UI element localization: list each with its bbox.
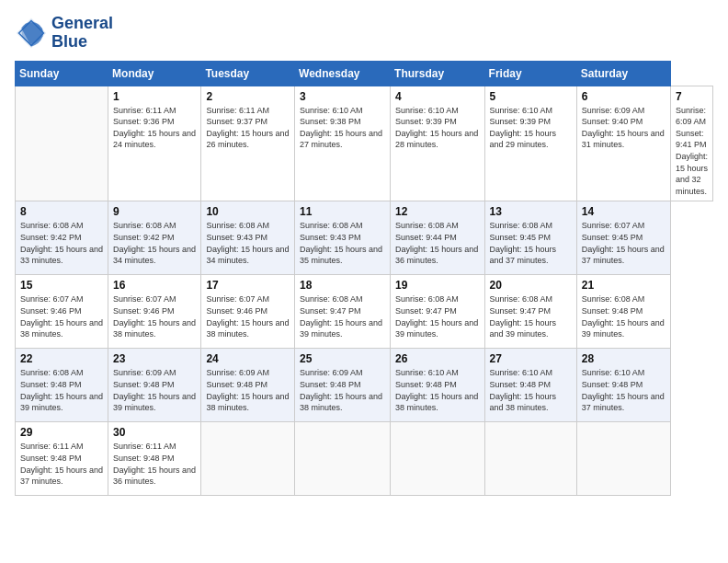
- day-info: Sunrise: 6:10 AMSunset: 9:39 PMDaylight:…: [395, 105, 479, 151]
- day-info: Sunrise: 6:11 AMSunset: 9:48 PMDaylight:…: [113, 441, 196, 487]
- table-row: 14 Sunrise: 6:07 AMSunset: 9:45 PMDaylig…: [576, 201, 670, 275]
- day-info: Sunrise: 6:10 AMSunset: 9:48 PMDaylight:…: [490, 367, 572, 413]
- calendar-table: Sunday Monday Tuesday Wednesday Thursday…: [15, 61, 713, 497]
- table-row: 1 Sunrise: 6:11 AMSunset: 9:36 PMDayligh…: [108, 86, 201, 201]
- table-row: 12 Sunrise: 6:08 AMSunset: 9:44 PMDaylig…: [391, 201, 484, 275]
- day-info: Sunrise: 6:10 AMSunset: 9:48 PMDaylight:…: [582, 367, 665, 413]
- day-number: 5: [490, 90, 572, 103]
- table-row: 5 Sunrise: 6:10 AMSunset: 9:39 PMDayligh…: [484, 86, 576, 201]
- day-number: 9: [113, 205, 196, 218]
- day-number: 8: [20, 205, 103, 218]
- day-number: 12: [395, 205, 479, 218]
- day-info: Sunrise: 6:08 AMSunset: 9:42 PMDaylight:…: [20, 220, 103, 266]
- col-monday: Monday: [108, 61, 201, 86]
- day-number: 19: [395, 279, 479, 292]
- day-info: Sunrise: 6:11 AMSunset: 9:48 PMDaylight:…: [20, 441, 103, 487]
- col-saturday: Saturday: [576, 61, 670, 86]
- day-number: 18: [300, 279, 385, 292]
- calendar-row: 22 Sunrise: 6:08 AMSunset: 9:48 PMDaylig…: [16, 349, 713, 422]
- table-row: [576, 422, 670, 496]
- day-info: Sunrise: 6:07 AMSunset: 9:46 PMDaylight:…: [20, 293, 103, 339]
- day-number: 10: [206, 205, 290, 218]
- logo: General Blue: [15, 15, 113, 52]
- day-number: 16: [113, 279, 196, 292]
- day-info: Sunrise: 6:08 AMSunset: 9:44 PMDaylight:…: [395, 220, 479, 266]
- table-row: 17 Sunrise: 6:07 AMSunset: 9:46 PMDaylig…: [201, 275, 295, 349]
- day-number: 3: [300, 90, 385, 103]
- table-row: 8 Sunrise: 6:08 AMSunset: 9:42 PMDayligh…: [16, 201, 108, 275]
- day-number: 29: [20, 426, 103, 439]
- day-number: 21: [582, 279, 665, 292]
- day-info: Sunrise: 6:08 AMSunset: 9:45 PMDaylight:…: [490, 220, 572, 266]
- table-row: 27 Sunrise: 6:10 AMSunset: 9:48 PMDaylig…: [484, 349, 576, 422]
- day-number: 14: [582, 205, 665, 218]
- table-row: [201, 422, 295, 496]
- day-number: 17: [206, 279, 290, 292]
- day-info: Sunrise: 6:07 AMSunset: 9:45 PMDaylight:…: [582, 220, 665, 266]
- table-row: 10 Sunrise: 6:08 AMSunset: 9:43 PMDaylig…: [201, 201, 295, 275]
- day-info: Sunrise: 6:08 AMSunset: 9:43 PMDaylight:…: [300, 220, 385, 266]
- day-info: Sunrise: 6:08 AMSunset: 9:47 PMDaylight:…: [300, 293, 385, 339]
- table-row: [391, 422, 484, 496]
- day-number: 1: [113, 90, 196, 103]
- day-info: Sunrise: 6:10 AMSunset: 9:39 PMDaylight:…: [490, 105, 572, 151]
- table-row: 28 Sunrise: 6:10 AMSunset: 9:48 PMDaylig…: [576, 349, 670, 422]
- day-info: Sunrise: 6:11 AMSunset: 9:36 PMDaylight:…: [113, 105, 196, 151]
- day-number: 26: [395, 352, 479, 365]
- day-number: 27: [490, 352, 572, 365]
- col-sunday: Sunday: [16, 61, 108, 86]
- table-row: 24 Sunrise: 6:09 AMSunset: 9:48 PMDaylig…: [201, 349, 295, 422]
- day-info: Sunrise: 6:10 AMSunset: 9:38 PMDaylight:…: [300, 105, 385, 151]
- calendar-row: 29 Sunrise: 6:11 AMSunset: 9:48 PMDaylig…: [16, 422, 713, 496]
- day-number: 13: [490, 205, 572, 218]
- table-row: [16, 86, 108, 201]
- table-row: 18 Sunrise: 6:08 AMSunset: 9:47 PMDaylig…: [295, 275, 391, 349]
- table-row: 11 Sunrise: 6:08 AMSunset: 9:43 PMDaylig…: [295, 201, 391, 275]
- col-wednesday: Wednesday: [295, 61, 391, 86]
- day-number: 25: [300, 352, 385, 365]
- day-number: 6: [582, 90, 665, 103]
- day-number: 4: [395, 90, 479, 103]
- day-number: 24: [206, 352, 290, 365]
- table-row: 26 Sunrise: 6:10 AMSunset: 9:48 PMDaylig…: [391, 349, 484, 422]
- day-info: Sunrise: 6:11 AMSunset: 9:37 PMDaylight:…: [206, 105, 290, 151]
- day-number: 23: [113, 352, 196, 365]
- col-friday: Friday: [484, 61, 576, 86]
- col-tuesday: Tuesday: [201, 61, 295, 86]
- table-row: 3 Sunrise: 6:10 AMSunset: 9:38 PMDayligh…: [295, 86, 391, 201]
- table-row: 25 Sunrise: 6:09 AMSunset: 9:48 PMDaylig…: [295, 349, 391, 422]
- day-info: Sunrise: 6:07 AMSunset: 9:46 PMDaylight:…: [206, 293, 290, 339]
- calendar-header-row: Sunday Monday Tuesday Wednesday Thursday…: [16, 61, 713, 86]
- table-row: 30 Sunrise: 6:11 AMSunset: 9:48 PMDaylig…: [108, 422, 201, 496]
- day-info: Sunrise: 6:08 AMSunset: 9:48 PMDaylight:…: [582, 293, 665, 339]
- day-info: Sunrise: 6:09 AMSunset: 9:40 PMDaylight:…: [582, 105, 665, 151]
- table-row: 7 Sunrise: 6:09 AMSunset: 9:41 PMDayligh…: [670, 86, 712, 201]
- table-row: 2 Sunrise: 6:11 AMSunset: 9:37 PMDayligh…: [201, 86, 295, 201]
- table-row: 22 Sunrise: 6:08 AMSunset: 9:48 PMDaylig…: [16, 349, 108, 422]
- table-row: 16 Sunrise: 6:07 AMSunset: 9:46 PMDaylig…: [108, 275, 201, 349]
- table-row: 9 Sunrise: 6:08 AMSunset: 9:42 PMDayligh…: [108, 201, 201, 275]
- day-number: 2: [206, 90, 290, 103]
- table-row: [484, 422, 576, 496]
- table-row: 4 Sunrise: 6:10 AMSunset: 9:39 PMDayligh…: [391, 86, 484, 201]
- table-row: 29 Sunrise: 6:11 AMSunset: 9:48 PMDaylig…: [16, 422, 108, 496]
- calendar-row: 1 Sunrise: 6:11 AMSunset: 9:36 PMDayligh…: [16, 86, 713, 201]
- day-info: Sunrise: 6:08 AMSunset: 9:48 PMDaylight:…: [20, 367, 103, 413]
- table-row: 13 Sunrise: 6:08 AMSunset: 9:45 PMDaylig…: [484, 201, 576, 275]
- table-row: 21 Sunrise: 6:08 AMSunset: 9:48 PMDaylig…: [576, 275, 670, 349]
- page-header: General Blue: [15, 15, 713, 52]
- day-number: 20: [490, 279, 572, 292]
- day-info: Sunrise: 6:08 AMSunset: 9:47 PMDaylight:…: [395, 293, 479, 339]
- day-number: 15: [20, 279, 103, 292]
- calendar-row: 8 Sunrise: 6:08 AMSunset: 9:42 PMDayligh…: [16, 201, 713, 275]
- day-number: 22: [20, 352, 103, 365]
- table-row: 20 Sunrise: 6:08 AMSunset: 9:47 PMDaylig…: [484, 275, 576, 349]
- day-info: Sunrise: 6:09 AMSunset: 9:48 PMDaylight:…: [113, 367, 196, 413]
- day-info: Sunrise: 6:08 AMSunset: 9:42 PMDaylight:…: [113, 220, 196, 266]
- day-info: Sunrise: 6:08 AMSunset: 9:47 PMDaylight:…: [490, 293, 572, 339]
- col-thursday: Thursday: [391, 61, 484, 86]
- table-row: 19 Sunrise: 6:08 AMSunset: 9:47 PMDaylig…: [391, 275, 484, 349]
- day-info: Sunrise: 6:08 AMSunset: 9:43 PMDaylight:…: [206, 220, 290, 266]
- table-row: 6 Sunrise: 6:09 AMSunset: 9:40 PMDayligh…: [576, 86, 670, 201]
- day-number: 7: [676, 90, 708, 103]
